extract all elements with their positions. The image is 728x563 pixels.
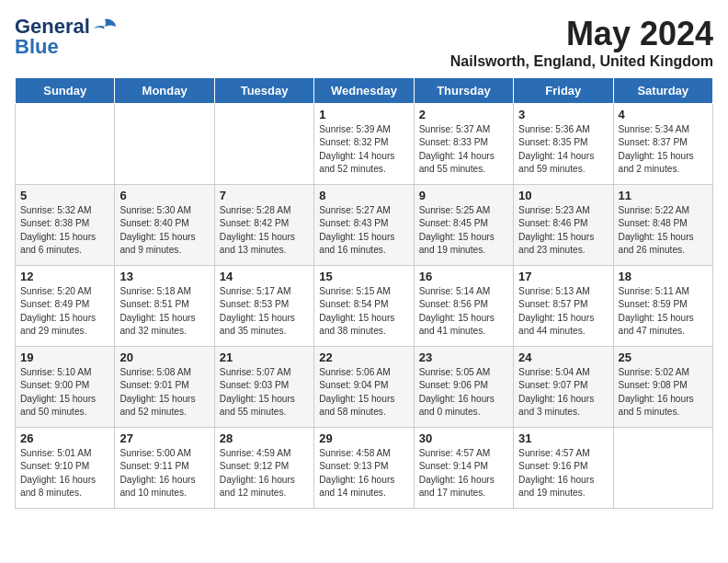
day-number: 5	[20, 189, 109, 202]
weekday-header-sunday: Sunday	[16, 78, 115, 104]
calendar-cell-5-6: 31Sunrise: 4:57 AM Sunset: 9:16 PM Dayli…	[514, 428, 613, 509]
day-info: Sunrise: 5:07 AM Sunset: 9:03 PM Dayligh…	[220, 366, 309, 419]
day-number: 30	[419, 431, 508, 445]
calendar-cell-4-3: 21Sunrise: 5:07 AM Sunset: 9:03 PM Dayli…	[214, 347, 313, 428]
calendar-cell-2-6: 10Sunrise: 5:23 AM Sunset: 8:46 PM Dayli…	[514, 185, 613, 266]
day-info: Sunrise: 5:14 AM Sunset: 8:56 PM Dayligh…	[419, 285, 508, 338]
calendar-cell-4-4: 22Sunrise: 5:06 AM Sunset: 9:04 PM Dayli…	[314, 347, 414, 428]
calendar-cell-3-7: 18Sunrise: 5:11 AM Sunset: 8:59 PM Dayli…	[613, 266, 712, 347]
day-number: 12	[20, 270, 109, 283]
day-number: 18	[619, 270, 708, 283]
day-number: 21	[220, 350, 309, 364]
day-number: 16	[419, 270, 508, 283]
day-info: Sunrise: 5:25 AM Sunset: 8:45 PM Dayligh…	[419, 204, 508, 257]
calendar-cell-4-1: 19Sunrise: 5:10 AM Sunset: 9:00 PM Dayli…	[16, 347, 115, 428]
day-info: Sunrise: 5:08 AM Sunset: 9:01 PM Dayligh…	[119, 366, 209, 419]
day-info: Sunrise: 5:37 AM Sunset: 8:33 PM Dayligh…	[419, 123, 508, 176]
calendar-cell-2-3: 7Sunrise: 5:28 AM Sunset: 8:42 PM Daylig…	[214, 185, 313, 266]
weekday-header-monday: Monday	[115, 78, 214, 104]
day-number: 10	[518, 189, 608, 202]
day-number: 24	[518, 350, 608, 364]
day-number: 11	[619, 189, 708, 202]
day-number: 3	[518, 108, 608, 121]
day-info: Sunrise: 5:11 AM Sunset: 8:59 PM Dayligh…	[619, 285, 708, 338]
calendar-cell-3-6: 17Sunrise: 5:13 AM Sunset: 8:57 PM Dayli…	[514, 266, 613, 347]
day-number: 23	[419, 350, 508, 364]
day-info: Sunrise: 5:05 AM Sunset: 9:06 PM Dayligh…	[419, 366, 508, 419]
day-info: Sunrise: 5:30 AM Sunset: 8:40 PM Dayligh…	[119, 204, 209, 257]
calendar-cell-2-1: 5Sunrise: 5:32 AM Sunset: 8:38 PM Daylig…	[16, 185, 115, 266]
calendar-cell-5-3: 28Sunrise: 4:59 AM Sunset: 9:12 PM Dayli…	[214, 428, 313, 509]
day-info: Sunrise: 5:17 AM Sunset: 8:53 PM Dayligh…	[220, 285, 309, 338]
weekday-header-tuesday: Tuesday	[214, 78, 313, 104]
day-info: Sunrise: 4:57 AM Sunset: 9:16 PM Dayligh…	[518, 447, 608, 500]
day-number: 14	[220, 270, 309, 283]
day-number: 1	[319, 108, 408, 121]
calendar-week-row-1: 1Sunrise: 5:39 AM Sunset: 8:32 PM Daylig…	[16, 104, 713, 185]
day-number: 29	[319, 431, 408, 445]
calendar-cell-3-3: 14Sunrise: 5:17 AM Sunset: 8:53 PM Dayli…	[214, 266, 313, 347]
day-number: 13	[119, 270, 209, 283]
calendar-cell-1-7: 4Sunrise: 5:34 AM Sunset: 8:37 PM Daylig…	[613, 104, 712, 185]
day-number: 22	[319, 350, 408, 364]
weekday-header-row: SundayMondayTuesdayWednesdayThursdayFrid…	[16, 78, 713, 104]
day-info: Sunrise: 4:57 AM Sunset: 9:14 PM Dayligh…	[419, 447, 508, 500]
day-info: Sunrise: 5:34 AM Sunset: 8:37 PM Dayligh…	[619, 123, 708, 176]
day-info: Sunrise: 5:02 AM Sunset: 9:08 PM Dayligh…	[619, 366, 708, 419]
logo-blue: Blue	[15, 35, 59, 59]
day-number: 6	[119, 189, 209, 202]
day-number: 19	[20, 350, 109, 364]
calendar-week-row-5: 26Sunrise: 5:01 AM Sunset: 9:10 PM Dayli…	[16, 428, 713, 509]
day-info: Sunrise: 5:23 AM Sunset: 8:46 PM Dayligh…	[518, 204, 608, 257]
day-number: 17	[518, 270, 608, 283]
day-number: 25	[619, 350, 708, 364]
day-info: Sunrise: 5:00 AM Sunset: 9:11 PM Dayligh…	[119, 447, 209, 500]
calendar-cell-4-2: 20Sunrise: 5:08 AM Sunset: 9:01 PM Dayli…	[115, 347, 214, 428]
day-info: Sunrise: 5:15 AM Sunset: 8:54 PM Dayligh…	[319, 285, 408, 338]
calendar-week-row-2: 5Sunrise: 5:32 AM Sunset: 8:38 PM Daylig…	[16, 185, 713, 266]
calendar-table: SundayMondayTuesdayWednesdayThursdayFrid…	[15, 77, 713, 509]
day-info: Sunrise: 5:01 AM Sunset: 9:10 PM Dayligh…	[20, 447, 109, 500]
logo-bird-icon	[92, 17, 118, 36]
calendar-cell-5-5: 30Sunrise: 4:57 AM Sunset: 9:14 PM Dayli…	[414, 428, 513, 509]
day-number: 31	[518, 431, 608, 445]
calendar-cell-1-5: 2Sunrise: 5:37 AM Sunset: 8:33 PM Daylig…	[414, 104, 513, 185]
location-title: Nailsworth, England, United Kingdom	[450, 53, 713, 70]
weekday-header-wednesday: Wednesday	[314, 78, 414, 104]
day-number: 27	[119, 431, 209, 445]
day-info: Sunrise: 5:13 AM Sunset: 8:57 PM Dayligh…	[518, 285, 608, 338]
calendar-cell-3-5: 16Sunrise: 5:14 AM Sunset: 8:56 PM Dayli…	[414, 266, 513, 347]
calendar-cell-5-7	[613, 428, 712, 509]
calendar-cell-4-6: 24Sunrise: 5:04 AM Sunset: 9:07 PM Dayli…	[514, 347, 613, 428]
day-number: 9	[419, 189, 508, 202]
header: General Blue May 2024 Nailsworth, Englan…	[15, 15, 713, 70]
day-info: Sunrise: 5:10 AM Sunset: 9:00 PM Dayligh…	[20, 366, 109, 419]
day-number: 28	[220, 431, 309, 445]
day-number: 15	[319, 270, 408, 283]
calendar-cell-4-7: 25Sunrise: 5:02 AM Sunset: 9:08 PM Dayli…	[613, 347, 712, 428]
calendar-cell-1-3	[214, 104, 313, 185]
day-info: Sunrise: 5:18 AM Sunset: 8:51 PM Dayligh…	[119, 285, 209, 338]
calendar-cell-1-2	[115, 104, 214, 185]
title-area: May 2024 Nailsworth, England, United Kin…	[450, 15, 713, 70]
day-info: Sunrise: 5:36 AM Sunset: 8:35 PM Dayligh…	[518, 123, 608, 176]
day-info: Sunrise: 5:28 AM Sunset: 8:42 PM Dayligh…	[220, 204, 309, 257]
calendar-cell-5-2: 27Sunrise: 5:00 AM Sunset: 9:11 PM Dayli…	[115, 428, 214, 509]
month-title: May 2024	[450, 15, 713, 53]
calendar-cell-5-4: 29Sunrise: 4:58 AM Sunset: 9:13 PM Dayli…	[314, 428, 414, 509]
calendar-cell-2-7: 11Sunrise: 5:22 AM Sunset: 8:48 PM Dayli…	[613, 185, 712, 266]
day-info: Sunrise: 5:22 AM Sunset: 8:48 PM Dayligh…	[619, 204, 708, 257]
day-number: 2	[419, 108, 508, 121]
day-number: 4	[619, 108, 708, 121]
weekday-header-saturday: Saturday	[613, 78, 712, 104]
calendar-cell-1-6: 3Sunrise: 5:36 AM Sunset: 8:35 PM Daylig…	[514, 104, 613, 185]
day-info: Sunrise: 5:27 AM Sunset: 8:43 PM Dayligh…	[319, 204, 408, 257]
day-info: Sunrise: 5:04 AM Sunset: 9:07 PM Dayligh…	[518, 366, 608, 419]
calendar-cell-3-1: 12Sunrise: 5:20 AM Sunset: 8:49 PM Dayli…	[16, 266, 115, 347]
calendar-cell-3-2: 13Sunrise: 5:18 AM Sunset: 8:51 PM Dayli…	[115, 266, 214, 347]
calendar-week-row-3: 12Sunrise: 5:20 AM Sunset: 8:49 PM Dayli…	[16, 266, 713, 347]
day-info: Sunrise: 5:39 AM Sunset: 8:32 PM Dayligh…	[319, 123, 408, 176]
calendar-cell-1-4: 1Sunrise: 5:39 AM Sunset: 8:32 PM Daylig…	[314, 104, 414, 185]
day-info: Sunrise: 4:58 AM Sunset: 9:13 PM Dayligh…	[319, 447, 408, 500]
calendar-cell-2-2: 6Sunrise: 5:30 AM Sunset: 8:40 PM Daylig…	[115, 185, 214, 266]
